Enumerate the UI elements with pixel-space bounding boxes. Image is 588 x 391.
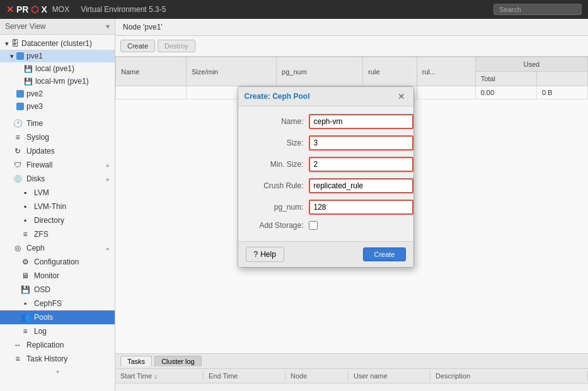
log-icon: ≡	[20, 327, 30, 336]
server-view-label: Server View	[5, 22, 45, 31]
topbar: ✕ PR ⬡ X MOX Virtual Environment 5.3-5	[0, 0, 588, 19]
pg-num-input[interactable]	[309, 200, 413, 215]
col-rul-ellipsis: rul...	[417, 57, 475, 86]
cephfs-icon: ▪	[20, 299, 30, 308]
nav-replication[interactable]: ↔ Replication	[0, 338, 115, 352]
tree-datacenter[interactable]: ▾ 🗄 Datacenter (cluster1)	[0, 37, 115, 50]
help-button[interactable]: ? Help	[246, 247, 284, 262]
name-row: Name:	[247, 114, 405, 129]
nav-syslog[interactable]: ≡ Syslog	[0, 130, 115, 144]
tree-pve2[interactable]: ▾ pve2	[0, 88, 115, 100]
col-end-time: End Time	[204, 371, 285, 381]
disks-icon: 💿	[13, 174, 23, 183]
nav-updates[interactable]: ↻ Updates	[0, 144, 115, 158]
size-label: Size:	[247, 139, 304, 147]
modal-body: Name: Size: Min. Size: Crush Rule: pg_nu…	[238, 106, 413, 241]
nav-lvm[interactable]: ▪ LVM	[0, 186, 115, 200]
ceph-icon: ◎	[13, 244, 23, 252]
bottom-tabs: Tasks Cluster log	[115, 354, 588, 369]
name-label: Name:	[247, 117, 304, 126]
logo: ✕ PR ⬡ X MOX	[6, 4, 69, 14]
task-history-icon: ≡	[13, 354, 23, 363]
tab-tasks[interactable]: Tasks	[120, 356, 152, 366]
logo-x: ✕	[6, 4, 14, 14]
time-icon: 🕐	[13, 119, 23, 128]
create-ceph-pool-modal: Create: Ceph Pool ✕ Name: Size: Min. Siz…	[238, 86, 414, 268]
size-input[interactable]	[309, 135, 413, 150]
nav-firewall[interactable]: 🛡 Firewall ▸	[0, 158, 115, 172]
nav-directory[interactable]: ▪ Directory	[0, 213, 115, 227]
nav-task-history[interactable]: ≡ Task History	[0, 352, 115, 366]
search-input[interactable]	[493, 4, 582, 15]
nav-osd[interactable]: 💾 OSD	[0, 283, 115, 297]
nav-time[interactable]: 🕐 Time	[0, 116, 115, 130]
sidebar-scroll-down[interactable]: ▾	[0, 366, 115, 378]
logo-mox: MOX	[52, 5, 69, 14]
col-size-min: Size/min	[187, 57, 277, 86]
nav-pools[interactable]: 👥 Pools	[0, 310, 115, 324]
col-pg-num: pg_num	[277, 57, 363, 86]
ceph-arrow-icon: ▸	[107, 245, 110, 252]
osd-icon: 💾	[20, 285, 30, 294]
tree-local-lvm-pve1[interactable]: ▾ 💾 local-lvm (pve1)	[0, 75, 115, 88]
bottom-panel: Tasks Cluster log Start Time ↓ End Time …	[115, 353, 588, 391]
destroy-button[interactable]: Destroy	[158, 40, 195, 52]
min-size-input[interactable]	[309, 157, 413, 172]
lvm-thin-icon: ▪	[20, 202, 30, 211]
col-rule: rule	[363, 57, 417, 86]
firewall-arrow-icon: ▸	[107, 162, 110, 169]
min-size-row: Min. Size:	[247, 157, 405, 172]
firewall-icon: 🛡	[13, 161, 23, 169]
add-storage-checkbox[interactable]	[309, 221, 318, 230]
tab-cluster-log[interactable]: Cluster log	[154, 356, 202, 366]
crush-rule-input[interactable]	[309, 178, 413, 193]
pools-icon: 👥	[20, 313, 30, 322]
create-button[interactable]: Create	[120, 40, 155, 52]
modal-create-button[interactable]: Create	[363, 247, 405, 261]
tree-pve1[interactable]: ▾ pve1	[0, 50, 115, 62]
nav-disks[interactable]: 💿 Disks ▸	[0, 172, 115, 186]
col-used-total	[536, 72, 587, 86]
cell-name	[116, 86, 187, 99]
crush-rule-row: Crush Rule:	[247, 178, 405, 193]
directory-icon: ▪	[20, 216, 30, 225]
nav-cephfs[interactable]: ▪ CephFS	[0, 297, 115, 310]
logo-m: ⬡	[31, 4, 38, 14]
nav-ceph[interactable]: ◎ Ceph ▸	[0, 241, 115, 255]
lvm-icon: ▪	[20, 188, 30, 197]
col-used-pct: Total	[475, 72, 536, 86]
sidebar: Server View ▾ ▾ 🗄 Datacenter (cluster1) …	[0, 19, 115, 391]
monitor-icon: 🖥	[20, 271, 30, 280]
disks-arrow-icon: ▸	[107, 176, 110, 183]
configuration-icon: ⚙	[20, 258, 30, 266]
name-input[interactable]	[309, 114, 413, 129]
cell-used-total: 0 B	[536, 86, 587, 99]
pg-num-row: pg_num:	[247, 200, 405, 215]
crush-rule-label: Crush Rule:	[247, 181, 304, 190]
cell-rul	[417, 86, 475, 99]
nav-configuration[interactable]: ⚙ Configuration	[0, 255, 115, 269]
tree-area: ▾ 🗄 Datacenter (cluster1) ▾ pve1 ▾ 💾 loc…	[0, 35, 115, 391]
modal-title: Create: Ceph Pool	[245, 91, 310, 101]
replication-icon: ↔	[13, 341, 23, 349]
sidebar-collapse-arrow[interactable]: ▾	[106, 22, 110, 31]
add-storage-row: Add Storage:	[247, 221, 405, 230]
tree-local-pve1[interactable]: ▾ 💾 local (pve1)	[0, 62, 115, 75]
min-size-label: Min. Size:	[247, 160, 304, 169]
main-header: Node 'pve1'	[115, 19, 588, 36]
modal-footer: ? Help Create	[238, 241, 413, 267]
nav-lvm-thin[interactable]: ▪ LVM-Thin	[0, 200, 115, 213]
nav-log[interactable]: ≡ Log	[0, 324, 115, 338]
syslog-icon: ≡	[13, 133, 23, 142]
nav-monitor[interactable]: 🖥 Monitor	[0, 269, 115, 283]
size-row: Size:	[247, 135, 405, 150]
col-username: User name	[349, 371, 430, 381]
help-icon: ?	[254, 250, 258, 259]
modal-close-button[interactable]: ✕	[396, 91, 407, 102]
app-title: Virtual Environment 5.3-5	[81, 5, 166, 14]
tree-pve3[interactable]: ▾ pve3	[0, 100, 115, 113]
add-storage-label: Add Storage:	[247, 221, 304, 230]
logo-ox: X	[41, 4, 47, 14]
col-used-group: Used	[475, 57, 587, 72]
nav-zfs[interactable]: ≡ ZFS	[0, 227, 115, 241]
